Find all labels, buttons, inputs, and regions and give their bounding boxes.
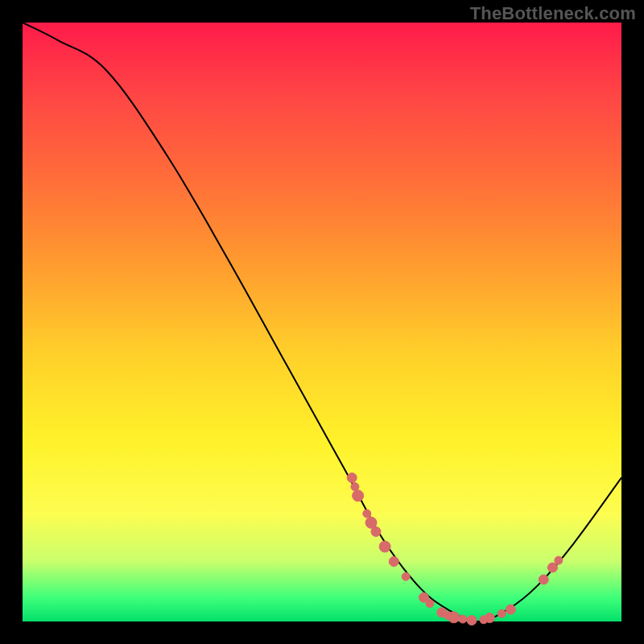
data-marker xyxy=(547,563,557,572)
data-marker xyxy=(426,600,434,608)
data-marker xyxy=(555,556,563,564)
data-marker xyxy=(402,572,410,580)
data-marker xyxy=(389,557,398,567)
data-marker xyxy=(459,615,467,623)
bottleneck-curve xyxy=(23,23,621,621)
data-marker xyxy=(467,616,477,625)
data-marker xyxy=(353,490,364,502)
watermark-text: TheBottleneck.com xyxy=(470,3,636,24)
data-marker xyxy=(379,541,390,552)
data-marker xyxy=(371,526,381,536)
chart-svg xyxy=(23,23,621,621)
data-marker xyxy=(506,605,515,614)
data-marker xyxy=(539,575,548,584)
data-markers xyxy=(347,473,563,625)
data-marker xyxy=(351,483,359,491)
data-marker xyxy=(448,612,460,623)
data-marker xyxy=(485,613,494,623)
chart-frame xyxy=(23,23,621,621)
data-marker xyxy=(363,510,371,518)
data-marker xyxy=(347,473,357,482)
data-marker xyxy=(497,609,506,617)
